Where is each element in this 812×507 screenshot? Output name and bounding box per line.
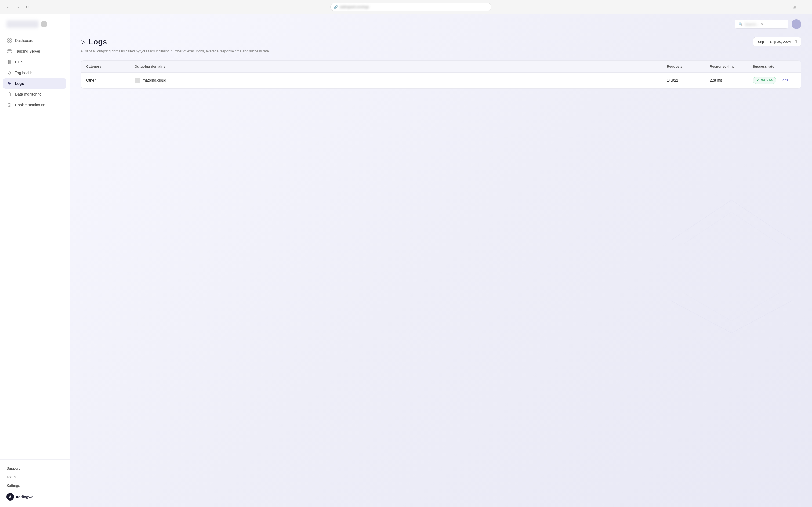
date-picker[interactable]: Sep 1 - Sep 30, 2024 (753, 37, 801, 47)
forward-icon: → (16, 5, 19, 9)
check-circle-icon: ✓ (756, 78, 759, 82)
table-row: Other matomo.cloud 14,922 228 ms ✓ 99.58… (81, 72, 801, 88)
brand-name: addingwell (16, 495, 36, 499)
reload-icon: ↻ (26, 5, 29, 9)
sidebar-item-tag-health[interactable]: Tag health (3, 68, 66, 78)
svg-point-18 (9, 105, 10, 106)
search-close-button[interactable]: × (761, 22, 763, 26)
sidebar-item-tagging-server[interactable]: Tagging Server (3, 46, 66, 56)
globe-icon (7, 60, 12, 64)
column-header-response-time: Response time (710, 64, 753, 68)
sidebar-item-data-monitoring[interactable]: Data monitoring (3, 89, 66, 99)
sidebar: Dashboard Tagging Server (0, 14, 70, 507)
page-title-row: ▷ Logs Sep 1 - Sep 30, 2024 (80, 37, 801, 47)
browser-actions: ⊞ ⋮ (791, 3, 808, 11)
server-icon (7, 49, 12, 54)
sidebar-item-label-logs: Logs (15, 81, 24, 86)
logo-icon (41, 21, 47, 27)
cursor-icon (7, 81, 12, 86)
domain-favicon (134, 77, 140, 83)
column-header-category: Category (86, 64, 134, 68)
extensions-button[interactable]: ⊞ (791, 3, 798, 11)
content-header: 🔍 Search... × (70, 14, 812, 32)
sidebar-item-label-cookie-monitoring: Cookie monitoring (15, 103, 45, 107)
menu-button[interactable]: ⋮ (800, 3, 808, 11)
calendar-icon (793, 40, 797, 44)
date-picker-text: Sep 1 - Sep 30, 2024 (758, 40, 791, 44)
sidebar-bottom: Support Team Settings A addingwell (0, 459, 69, 507)
browser-chrome: ← → ↻ 🔗 addingwell.com/logs ⊞ ⋮ (0, 0, 812, 14)
address-text: addingwell.com/logs (340, 5, 369, 9)
search-placeholder: Search... (745, 22, 759, 26)
svg-point-9 (9, 60, 10, 64)
sidebar-item-label-tag-health: Tag health (15, 71, 33, 75)
back-button[interactable]: ← (4, 3, 12, 11)
search-bar[interactable]: 🔍 Search... × (735, 19, 789, 29)
reload-button[interactable]: ↻ (23, 3, 31, 11)
svg-point-8 (8, 60, 11, 64)
settings-link[interactable]: Settings (6, 481, 63, 490)
sidebar-item-label-data-monitoring: Data monitoring (15, 92, 42, 97)
page-subtitle: A list of all outgoing domains called by… (80, 49, 801, 54)
column-header-requests: Requests (667, 64, 710, 68)
svg-point-19 (10, 104, 10, 105)
back-icon: ← (6, 5, 10, 9)
tag-icon (7, 70, 12, 75)
svg-rect-3 (10, 41, 11, 43)
sidebar-item-cdn[interactable]: CDN (3, 57, 66, 67)
domain-name: matomo.cloud (142, 78, 166, 82)
column-header-success-rate: Success rate (753, 64, 796, 68)
sidebar-item-dashboard[interactable]: Dashboard (3, 36, 66, 46)
user-avatar[interactable] (792, 19, 801, 29)
team-link[interactable]: Team (6, 472, 63, 481)
table-header: Category Outgoing domains Requests Respo… (81, 61, 801, 72)
column-header-domains: Outgoing domains (134, 64, 667, 68)
main-content: 🔍 Search... × ▷ Logs Sep 1 - Sep 30, 202… (70, 14, 812, 507)
success-rate-badge: ✓ 99.58% (753, 77, 776, 84)
svg-rect-2 (7, 41, 9, 43)
sidebar-item-cookie-monitoring[interactable]: Cookie monitoring (3, 100, 66, 110)
search-icon: 🔍 (739, 22, 743, 26)
svg-point-16 (8, 103, 11, 107)
page-header: ▷ Logs Sep 1 - Sep 30, 2024 A li (70, 32, 812, 54)
cell-domain: matomo.cloud (134, 77, 667, 83)
brand-icon: A (6, 493, 14, 501)
svg-rect-13 (8, 93, 11, 96)
cell-response-time: 228 ms (710, 78, 753, 82)
page-title: ▷ Logs (80, 38, 107, 46)
cell-success-rate: ✓ 99.58% Logs (753, 77, 796, 84)
cell-category: Other (86, 78, 134, 82)
app-wrapper: Dashboard Tagging Server (0, 14, 812, 507)
sidebar-item-label-tagging-server: Tagging Server (15, 49, 40, 53)
svg-point-12 (8, 72, 9, 72)
sidebar-nav: Dashboard Tagging Server (0, 33, 69, 459)
cookie-icon (7, 103, 12, 107)
success-rate-value: 99.58% (761, 78, 773, 82)
support-link[interactable]: Support (6, 464, 63, 472)
address-bar[interactable]: 🔗 addingwell.com/logs (330, 3, 491, 11)
logs-detail-link[interactable]: Logs (780, 78, 788, 82)
logs-page-icon: ▷ (80, 39, 85, 45)
logs-table: Category Outgoing domains Requests Respo… (80, 60, 801, 89)
sidebar-item-logs[interactable]: Logs (3, 78, 66, 89)
browser-controls: ← → ↻ (4, 3, 31, 11)
cell-requests: 14,922 (667, 78, 710, 82)
logo-placeholder (6, 20, 39, 28)
page-title-text: Logs (89, 38, 107, 46)
sidebar-item-label-cdn: CDN (15, 60, 23, 64)
svg-rect-1 (10, 39, 11, 40)
header-right: 🔍 Search... × (735, 19, 801, 29)
sidebar-brand: A addingwell (6, 493, 63, 501)
clipboard-icon (7, 92, 12, 97)
sidebar-logo (0, 14, 69, 33)
svg-point-7 (8, 52, 9, 53)
sidebar-item-label-dashboard: Dashboard (15, 39, 34, 43)
link-icon: 🔗 (334, 5, 338, 9)
svg-rect-20 (793, 40, 797, 43)
svg-point-17 (9, 105, 9, 105)
forward-button[interactable]: → (14, 3, 21, 11)
svg-point-6 (8, 50, 9, 51)
grid-icon (7, 38, 12, 43)
svg-rect-0 (7, 39, 9, 40)
